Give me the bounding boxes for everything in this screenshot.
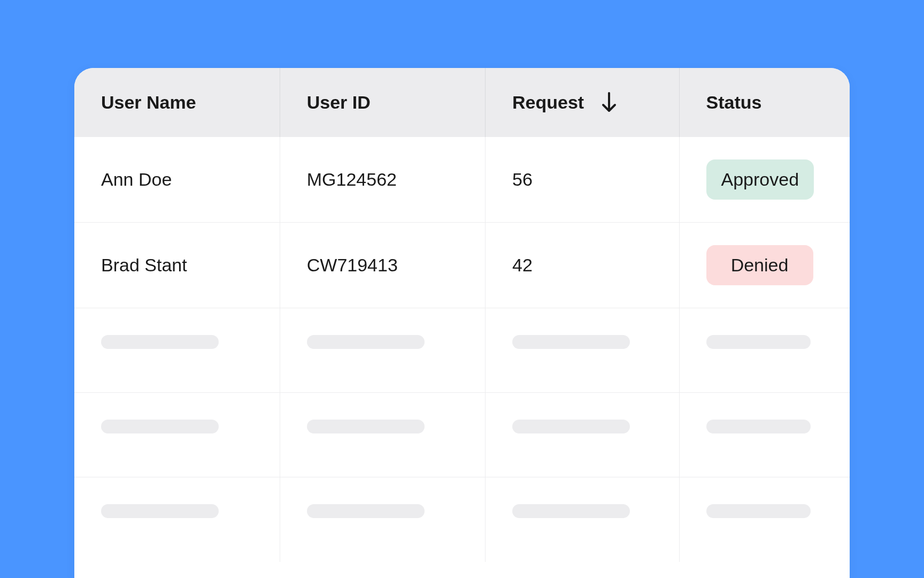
table-row: Ann Doe MG124562 56 Approved <box>74 137 850 223</box>
table-header-row: User Name User ID Request <box>74 68 850 137</box>
table-body: Ann Doe MG124562 56 Approved Brad Stant … <box>74 137 850 562</box>
skeleton-bar <box>307 335 425 349</box>
cell-placeholder <box>74 393 280 477</box>
skeleton-bar <box>706 504 811 518</box>
table-row-placeholder <box>74 308 850 393</box>
cell-user-id: MG124562 <box>280 137 485 223</box>
cell-placeholder <box>74 308 280 393</box>
arrow-down-icon <box>601 92 617 113</box>
column-header-user-name[interactable]: User Name <box>74 68 280 137</box>
column-header-user-id[interactable]: User ID <box>280 68 485 137</box>
cell-placeholder <box>74 477 280 562</box>
cell-status: Denied <box>679 223 850 308</box>
column-header-request[interactable]: Request <box>486 68 680 137</box>
status-badge: Denied <box>706 245 813 285</box>
cell-placeholder <box>486 308 680 393</box>
skeleton-bar <box>706 420 811 434</box>
cell-placeholder <box>679 477 850 562</box>
cell-text: MG124562 <box>307 169 397 189</box>
cell-request: 56 <box>486 137 680 223</box>
table-row-placeholder <box>74 393 850 477</box>
cell-placeholder <box>679 393 850 477</box>
cell-user-name: Brad Stant <box>74 223 280 308</box>
skeleton-bar <box>512 335 630 349</box>
table-row-placeholder <box>74 477 850 562</box>
skeleton-bar <box>101 420 219 434</box>
column-header-label: User ID <box>307 92 371 112</box>
cell-placeholder <box>280 393 485 477</box>
cell-placeholder <box>280 477 485 562</box>
cell-text: CW719413 <box>307 255 398 275</box>
cell-status: Approved <box>679 137 850 223</box>
skeleton-bar <box>101 504 219 518</box>
cell-placeholder <box>486 393 680 477</box>
status-badge: Approved <box>706 159 814 200</box>
table-row: Brad Stant CW719413 42 Denied <box>74 223 850 308</box>
column-header-label: Request <box>512 92 584 113</box>
cell-placeholder <box>486 477 680 562</box>
skeleton-bar <box>512 504 630 518</box>
cell-text: Ann Doe <box>101 169 172 189</box>
cell-request: 42 <box>486 223 680 308</box>
cell-placeholder <box>280 308 485 393</box>
column-header-label: Status <box>706 92 762 112</box>
data-table-card: User Name User ID Request <box>74 68 850 578</box>
cell-text: Brad Stant <box>101 255 187 275</box>
skeleton-bar <box>706 335 811 349</box>
skeleton-bar <box>512 420 630 434</box>
cell-text: 56 <box>512 169 533 189</box>
requests-table: User Name User ID Request <box>74 68 850 562</box>
column-header-label: User Name <box>101 92 196 112</box>
skeleton-bar <box>307 420 425 434</box>
cell-user-id: CW719413 <box>280 223 485 308</box>
cell-placeholder <box>679 308 850 393</box>
skeleton-bar <box>101 335 219 349</box>
cell-user-name: Ann Doe <box>74 137 280 223</box>
skeleton-bar <box>307 504 425 518</box>
column-header-status[interactable]: Status <box>679 68 850 137</box>
cell-text: 42 <box>512 255 533 275</box>
